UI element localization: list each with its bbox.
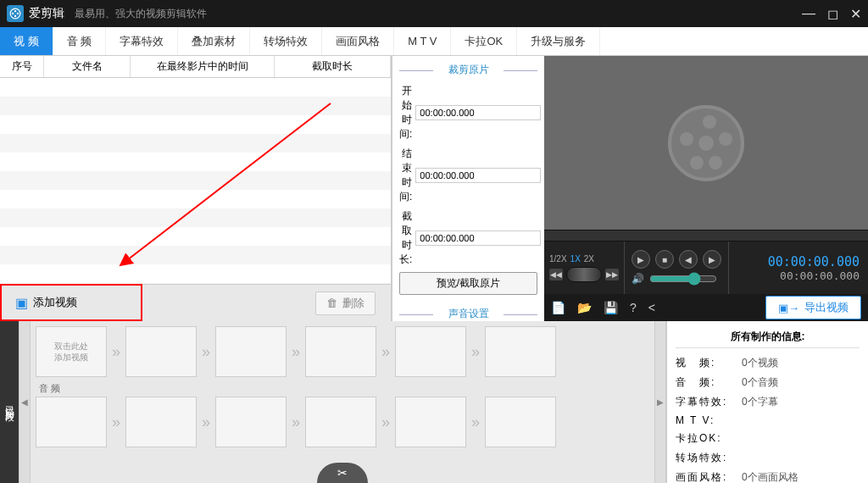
preview-trim-button[interactable]: 预览/截取原片: [399, 272, 537, 295]
export-button[interactable]: ▣→ 导出视频: [765, 296, 861, 319]
player-controls: 1/2X 1X 2X ◀◀ ▶▶ ▶ ■ ◀ ▶ 🔊: [544, 242, 868, 294]
tab-overlay[interactable]: 叠加素材: [178, 27, 250, 55]
next-frame-button[interactable]: ▶: [703, 250, 721, 269]
scissors-button[interactable]: ✂: [317, 463, 368, 483]
player-volume-slider[interactable]: [649, 272, 717, 286]
info-panel: 所有制作的信息: 视 频:0个视频 音 频:0个音频 字幕特效:0个字幕 M T…: [666, 321, 868, 483]
svg-point-1: [14, 10, 16, 12]
add-video-button[interactable]: ▣ 添加视频: [8, 291, 84, 314]
stop-button[interactable]: ■: [655, 250, 674, 269]
speed-half[interactable]: 1/2X: [549, 254, 567, 264]
th-duration: 截取时长: [275, 56, 391, 77]
th-time: 在最终影片中的时间: [131, 56, 275, 77]
clip-slot[interactable]: [215, 326, 287, 377]
trash-icon: 🗑: [326, 297, 337, 309]
chevron-icon: »: [112, 343, 120, 361]
help-icon[interactable]: ?: [630, 301, 637, 314]
film-add-icon: ▣: [15, 295, 28, 311]
prev-frame-button[interactable]: ◀: [679, 250, 698, 269]
sound-title: 声音设置: [399, 307, 537, 321]
svg-point-4: [12, 13, 14, 14]
svg-line-6: [127, 103, 331, 260]
clip-slot[interactable]: [395, 326, 466, 377]
export-icon: ▣→: [778, 302, 799, 314]
new-icon[interactable]: 📄: [551, 301, 565, 314]
clip-slot[interactable]: [485, 326, 556, 377]
tab-karaoke[interactable]: 卡拉OK: [451, 27, 517, 55]
video-list-panel: 序号 文件名 在最终影片中的时间 截取时长 ▣ 添加视频 🗑 删除: [0, 56, 392, 321]
film-reel-icon: [668, 105, 744, 181]
tab-audio[interactable]: 音 频: [53, 27, 107, 55]
clip-slot[interactable]: [305, 397, 376, 447]
clip-slot[interactable]: [485, 397, 556, 447]
preview-timeline[interactable]: [544, 230, 868, 242]
clip-slot[interactable]: [305, 326, 376, 377]
tab-transition[interactable]: 转场特效: [250, 27, 322, 55]
maximize-icon[interactable]: ◻: [827, 6, 838, 22]
time-current: 00:00:00.000: [768, 254, 860, 269]
play-button[interactable]: ▶: [632, 250, 650, 269]
clip-slot[interactable]: [125, 397, 197, 447]
open-icon[interactable]: 📂: [577, 301, 592, 314]
clip-slot[interactable]: [36, 397, 107, 447]
clips-area: 已添加片段 ◀ 双击此处添加视频 » » » » » 音 频 » » » » »…: [0, 321, 666, 483]
save-icon[interactable]: 💾: [604, 301, 618, 314]
add-video-region: ▣ 添加视频: [0, 284, 142, 321]
scrub-back-button[interactable]: ◀◀: [549, 269, 563, 280]
clip-placeholder[interactable]: 双击此处添加视频: [36, 326, 107, 377]
app-name: 爱剪辑: [29, 6, 64, 21]
duration-input[interactable]: [415, 230, 541, 246]
minimize-icon[interactable]: ―: [802, 6, 815, 22]
svg-point-2: [17, 13, 19, 14]
delete-button[interactable]: 🗑 删除: [315, 291, 376, 315]
main-tabs: 视 频 音 频 字幕特效 叠加素材 转场特效 画面风格 M T V 卡拉OK 升…: [0, 27, 868, 56]
svg-point-3: [14, 15, 16, 17]
audio-clip-row: » » » » »: [36, 397, 649, 447]
close-icon[interactable]: ✕: [850, 6, 861, 22]
video-clip-row: 双击此处添加视频 » » » » »: [36, 326, 649, 377]
tab-upgrade[interactable]: 升级与服务: [517, 27, 600, 55]
player-speaker-icon: 🔊: [632, 273, 644, 285]
scrub-fwd-button[interactable]: ▶▶: [605, 269, 619, 280]
end-time-input[interactable]: [415, 168, 541, 183]
clips-nav-right[interactable]: ▶: [654, 321, 666, 483]
tab-subtitle[interactable]: 字幕特效: [106, 27, 178, 55]
start-time-input[interactable]: [415, 105, 541, 120]
clips-vtab[interactable]: 已添加片段: [0, 321, 19, 483]
tab-style[interactable]: 画面风格: [322, 27, 394, 55]
player-toolbar: 📄 📂 💾 ? < ▣→ 导出视频: [544, 294, 868, 321]
app-tagline: 最易用、强大的视频剪辑软件: [75, 7, 207, 21]
time-total: 00:00:00.000: [780, 269, 860, 282]
clips-nav-left[interactable]: ◀: [19, 321, 31, 483]
info-title: 所有制作的信息:: [676, 326, 860, 348]
th-filename: 文件名: [44, 56, 131, 77]
preview-panel: 1/2X 1X 2X ◀◀ ▶▶ ▶ ■ ◀ ▶ 🔊: [544, 56, 868, 321]
tab-video[interactable]: 视 频: [0, 27, 53, 55]
clip-slot[interactable]: [125, 326, 197, 377]
preview-video[interactable]: [544, 56, 868, 230]
scrub-wheel[interactable]: [566, 267, 602, 282]
audio-row-label: 音 频: [39, 382, 649, 395]
speed-2x[interactable]: 2X: [584, 254, 594, 264]
trim-title: 裁剪原片: [399, 63, 537, 77]
settings-panel: 裁剪原片 开始时间: 结束时间: 截取时长: 预览/截取原片 声音设置 使用音轨…: [392, 56, 544, 321]
th-index: 序号: [0, 56, 44, 77]
titlebar: 爱剪辑 最易用、强大的视频剪辑软件 ― ◻ ✕: [0, 0, 868, 27]
share-icon[interactable]: <: [648, 301, 655, 314]
speed-1x[interactable]: 1X: [570, 254, 581, 264]
annotation-arrow-icon: [0, 78, 392, 281]
clip-slot[interactable]: [215, 397, 287, 447]
app-logo-icon: [7, 5, 24, 22]
tab-mtv[interactable]: M T V: [394, 27, 451, 55]
video-list-body[interactable]: [0, 78, 391, 284]
clip-slot[interactable]: [395, 397, 466, 447]
